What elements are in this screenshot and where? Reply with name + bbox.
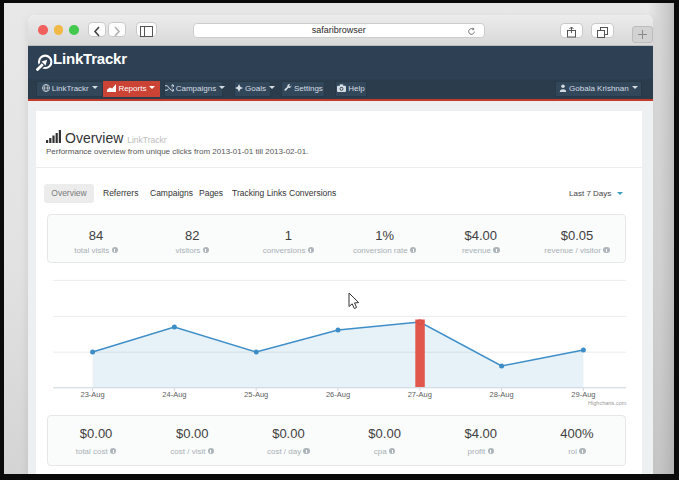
svg-text:24-Aug: 24-Aug [162, 390, 186, 399]
svg-text:27-Aug: 27-Aug [408, 390, 432, 399]
svg-text:28-Aug: 28-Aug [490, 390, 514, 399]
svg-text:29-Aug: 29-Aug [571, 390, 595, 399]
svg-text:26-Aug: 26-Aug [326, 390, 350, 399]
svg-text:Highcharts.com: Highcharts.com [588, 400, 627, 406]
svg-text:25-Aug: 25-Aug [244, 390, 268, 399]
svg-text:23-Aug: 23-Aug [81, 390, 105, 399]
